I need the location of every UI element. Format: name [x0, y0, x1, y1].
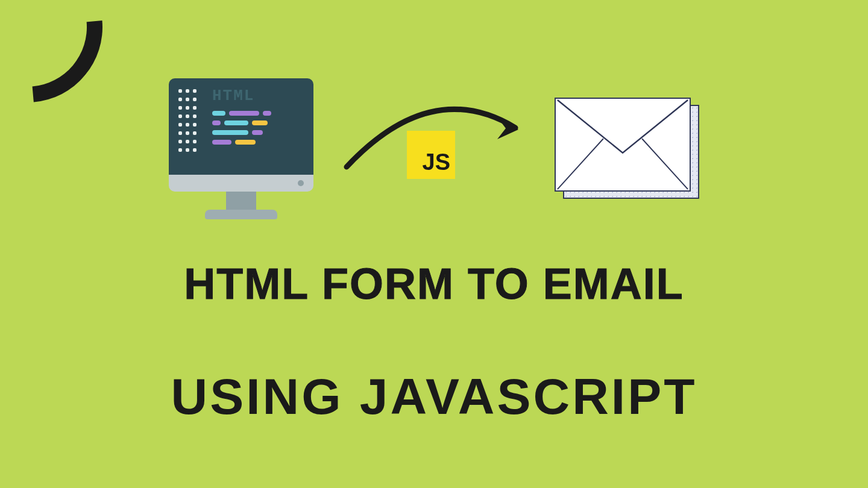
title-main: HTML FORM TO EMAIL — [0, 259, 868, 308]
illustration-row: HTML JS — [0, 78, 868, 219]
envelope-icon — [555, 98, 691, 192]
monitor-screen: HTML — [169, 78, 313, 175]
title-sub: USING JAVASCRIPT — [0, 368, 868, 426]
computer-illustration: HTML — [169, 78, 313, 219]
code-area: HTML — [212, 87, 304, 166]
js-badge-icon: JS — [407, 131, 455, 179]
screen-html-label: HTML — [212, 87, 304, 105]
monitor-stand-foot — [205, 210, 277, 219]
monitor-bezel — [169, 175, 313, 192]
arrow-with-js-badge: JS — [347, 113, 521, 185]
code-gutter-icon — [178, 87, 206, 166]
js-badge-label: JS — [423, 149, 450, 175]
monitor-stand-neck — [226, 192, 256, 210]
envelope-illustration — [555, 98, 699, 200]
